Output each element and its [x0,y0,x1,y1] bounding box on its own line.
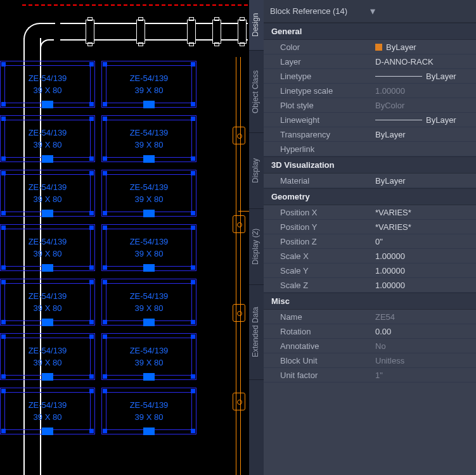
section-misc: Misc [264,293,476,310]
prop-transparency[interactable]: TransparencyByLayer [264,127,476,142]
grip-icon[interactable] [143,101,155,108]
tab-display[interactable]: Display [249,133,264,209]
prop-position-y[interactable]: Position Y*VARIES* [264,220,476,234]
grip-icon[interactable] [143,155,155,163]
grip-icon[interactable] [42,101,53,108]
rack-block[interactable]: ZE-54/13939 X 80 [0,115,95,162]
grip-icon[interactable] [42,155,53,163]
grip-icon[interactable] [143,428,155,435]
grip-icon[interactable] [42,210,53,217]
prop-annotative[interactable]: AnnotativeNo [264,339,476,353]
rack-block[interactable]: ZE-54/13939 X 80 [0,224,95,271]
prop-material[interactable]: MaterialByLayer [264,174,476,188]
prop-position-x[interactable]: Position X*VARIES* [264,205,476,220]
tab-extended-data[interactable]: Extended Data [249,285,264,380]
panel-header[interactable]: Block Reference (14) ▾ [264,0,476,23]
section-general: General [264,23,476,40]
rack-block[interactable]: ZE-54/13939 X 80 [101,388,196,434]
rack-block[interactable]: ZE-54/13939 X 80 [101,170,196,217]
linetype-preview-icon [375,76,422,77]
prop-layer[interactable]: LayerD-ANNO-RACK [264,54,476,69]
prop-rotation[interactable]: Rotation0.00 [264,324,476,339]
cable-tray [22,0,248,48]
grip-icon[interactable] [143,373,155,381]
tab-display-2-[interactable]: Display (2) [249,209,264,285]
rack-block[interactable]: ZE-54/13939 X 80 [0,333,95,380]
rack-block[interactable]: ZE-54/13939 X 80 [101,115,196,162]
prop-hyperlink[interactable]: Hyperlink [264,142,476,156]
grip-icon[interactable] [143,210,155,217]
grip-icon[interactable] [42,264,53,272]
prop-block-unit[interactable]: Block UnitUnitless [264,353,476,368]
side-tabs: DesignObject ClassDisplayDisplay (2)Exte… [249,0,264,475]
prop-linetype[interactable]: LinetypeByLayer [264,69,476,84]
grip-icon[interactable] [42,373,53,381]
prop-scale-x[interactable]: Scale X1.00000 [264,249,476,263]
prop-lineweight[interactable]: LineweightByLayer [264,113,476,127]
rack-block[interactable]: ZE-54/13939 X 80 [101,279,196,326]
chevron-down-icon[interactable]: ▾ [370,5,470,17]
rack-block[interactable]: ZE-54/13939 X 80 [101,61,196,108]
prop-plot-style[interactable]: Plot styleByColor [264,98,476,113]
prop-linetype-scale[interactable]: Linetype scale1.00000 [264,84,476,98]
section-geometry: Geometry [264,188,476,205]
rack-block[interactable]: ZE-54/13939 X 80 [101,224,196,271]
prop-position-z[interactable]: Position Z0" [264,234,476,249]
section-3d-vis: 3D Visualization [264,156,476,174]
prop-unit-factor[interactable]: Unit factor1" [264,368,476,383]
grip-icon[interactable] [143,319,155,326]
prop-name[interactable]: NameZE54 [264,310,476,324]
prop-scale-z[interactable]: Scale Z1.00000 [264,278,476,293]
rack-block[interactable]: ZE-54/13939 X 80 [0,388,95,434]
tab-object-class[interactable]: Object Class [249,51,264,133]
tab-design[interactable]: Design [249,0,264,51]
panel-title: Block Reference (14) [270,6,370,16]
rack-block[interactable]: ZE-54/13939 X 80 [0,279,95,326]
properties-panel: Block Reference (14) ▾ General ColorByLa… [264,0,476,475]
orange-duct [236,57,241,475]
rack-block[interactable]: ZE-54/13939 X 80 [101,333,196,380]
prop-scale-y[interactable]: Scale Y1.00000 [264,263,476,278]
lineweight-preview-icon [375,120,422,120]
rack-block[interactable]: ZE-54/13939 X 80 [0,170,95,217]
grip-icon[interactable] [42,428,53,435]
grip-icon[interactable] [143,264,155,272]
grip-icon[interactable] [42,319,53,326]
rack-block[interactable]: ZE-54/13939 X 80 [0,61,95,108]
prop-color[interactable]: ColorByLayer [264,40,476,54]
color-swatch-icon [375,44,382,51]
